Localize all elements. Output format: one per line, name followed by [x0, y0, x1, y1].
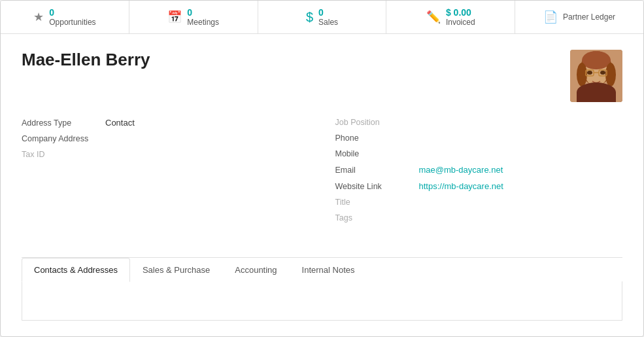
- field-tax-id: Tax ID: [22, 150, 309, 159]
- stat-sales[interactable]: $ 0 Sales: [258, 1, 387, 33]
- invoice-icon: ✏️: [426, 10, 441, 24]
- tab-internal-notes[interactable]: Internal Notes: [290, 258, 367, 282]
- field-mobile: Mobile: [335, 149, 623, 158]
- contact-header: Mae-Ellen Berry: [22, 50, 622, 102]
- meetings-count: 0: [187, 7, 192, 18]
- star-icon: ★: [33, 10, 44, 24]
- svg-point-3: [582, 51, 611, 69]
- calendar-icon: 📅: [167, 10, 182, 24]
- website-label: Website Link: [335, 182, 414, 191]
- tab-content: [22, 281, 622, 321]
- avatar: [570, 50, 622, 102]
- job-position-label: Job Position: [335, 118, 414, 127]
- email-label: Email: [335, 166, 414, 175]
- title-label: Title: [335, 198, 414, 207]
- sales-label: Sales: [318, 18, 338, 27]
- tags-label: Tags: [335, 213, 414, 222]
- address-type-label: Address Type: [22, 118, 100, 128]
- field-tags: Tags: [335, 213, 623, 222]
- field-job-position: Job Position: [335, 118, 623, 127]
- tax-id-label: Tax ID: [22, 150, 100, 159]
- sales-count: 0: [318, 7, 324, 18]
- website-value[interactable]: https://mb-daycare.net: [419, 181, 503, 191]
- invoiced-amount: $ 0.00: [446, 7, 471, 18]
- field-address-type: Address Type Contact: [22, 118, 309, 128]
- svg-point-11: [585, 84, 608, 97]
- stats-bar: ★ 0 Opportunities 📅 0 Meetings $ 0 Sales…: [1, 1, 643, 34]
- opportunities-count: 0: [49, 7, 54, 18]
- opportunities-label: Opportunities: [49, 18, 95, 27]
- company-address-label: Company Address: [22, 134, 100, 143]
- field-website: Website Link https://mb-daycare.net: [335, 181, 623, 191]
- mobile-label: Mobile: [335, 149, 414, 158]
- fields-section: Address Type Contact Company Address Tax…: [22, 118, 622, 222]
- contact-name: Mae-Ellen Berry: [22, 50, 150, 70]
- email-value[interactable]: mae@mb-daycare.net: [419, 165, 503, 175]
- partner-ledger-label: Partner Ledger: [563, 12, 615, 22]
- tab-sales-purchase[interactable]: Sales & Purchase: [130, 258, 222, 282]
- field-phone: Phone: [335, 133, 623, 143]
- field-email: Email mae@mb-daycare.net: [335, 165, 623, 175]
- tabs-section: Contacts & Addresses Sales & Purchase Ac…: [22, 257, 622, 321]
- main-content: Mae-Ellen Berry: [1, 34, 643, 336]
- main-window: ★ 0 Opportunities 📅 0 Meetings $ 0 Sales…: [0, 0, 644, 337]
- field-company-address: Company Address: [22, 134, 309, 143]
- phone-label: Phone: [335, 133, 414, 143]
- svg-point-10: [600, 71, 605, 75]
- invoiced-label: Invoiced: [446, 18, 475, 27]
- tab-contacts-addresses[interactable]: Contacts & Addresses: [22, 258, 130, 282]
- svg-point-9: [587, 71, 592, 75]
- tab-accounting[interactable]: Accounting: [222, 258, 289, 282]
- fields-left: Address Type Contact Company Address Tax…: [22, 118, 309, 222]
- dollar-icon: $: [306, 10, 313, 25]
- stat-opportunities[interactable]: ★ 0 Opportunities: [1, 1, 129, 33]
- ledger-icon: 📄: [543, 10, 558, 24]
- field-title: Title: [335, 198, 623, 207]
- fields-right: Job Position Phone Mobile Email mae@mb-d…: [335, 118, 623, 222]
- stat-partner-ledger[interactable]: 📄 Partner Ledger: [515, 1, 643, 33]
- address-type-value: Contact: [105, 118, 135, 128]
- stat-invoiced[interactable]: ✏️ $ 0.00 Invoiced: [386, 1, 515, 33]
- stat-meetings[interactable]: 📅 0 Meetings: [129, 1, 258, 33]
- tabs-nav: Contacts & Addresses Sales & Purchase Ac…: [22, 258, 622, 281]
- meetings-label: Meetings: [187, 18, 219, 27]
